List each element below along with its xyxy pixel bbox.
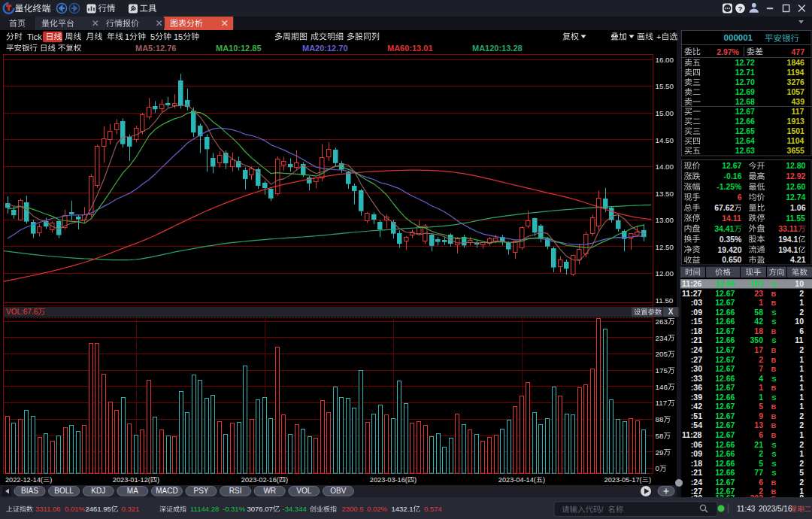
svg-text:12.67: 12.67 — [715, 345, 735, 354]
svg-text:BIAS: BIAS — [21, 487, 38, 495]
svg-text:2: 2 — [799, 440, 804, 449]
svg-text::18: :18 — [691, 326, 702, 335]
svg-text:12.60: 12.60 — [786, 182, 805, 191]
svg-text:29: 29 — [656, 448, 664, 457]
svg-text:B: B — [771, 402, 777, 411]
svg-text:234: 234 — [656, 334, 668, 342]
svg-text:42: 42 — [754, 317, 763, 326]
svg-text:Tick: Tick — [27, 32, 42, 41]
svg-text:12.66: 12.66 — [715, 279, 735, 288]
svg-text:16.00: 16.00 — [656, 56, 674, 64]
svg-text:12.69: 12.69 — [735, 87, 755, 96]
svg-text:12.67: 12.67 — [715, 402, 735, 411]
svg-text::30: :30 — [691, 364, 702, 373]
svg-text:12.68: 12.68 — [735, 97, 755, 106]
svg-text:12.66: 12.66 — [715, 335, 735, 344]
svg-text:3311.06: 3311.06 — [35, 505, 61, 513]
svg-text:11:43: 11:43 — [737, 505, 756, 513]
svg-text:2023-04-14(: 2023-04-14( — [498, 476, 536, 484]
svg-text:2023-05-17(: 2023-05-17( — [604, 476, 642, 484]
svg-text:12.72: 12.72 — [735, 58, 755, 67]
svg-text:X: X — [668, 308, 674, 316]
svg-text:5: 5 — [799, 468, 804, 477]
svg-text:17: 17 — [754, 345, 763, 354]
svg-text:12.66: 12.66 — [735, 117, 755, 126]
svg-text:1846: 1846 — [787, 58, 805, 67]
svg-text::15: :15 — [691, 317, 702, 326]
svg-text:BOLL: BOLL — [54, 487, 74, 495]
svg-text:14.00: 14.00 — [656, 162, 674, 171]
svg-text:11:28: 11:28 — [682, 430, 701, 439]
svg-text:2: 2 — [799, 459, 804, 468]
svg-text:6: 6 — [738, 193, 742, 202]
svg-text:21: 21 — [754, 440, 763, 449]
svg-text:2.97%: 2.97% — [717, 47, 739, 56]
svg-text:146: 146 — [656, 383, 668, 391]
svg-text:): ) — [286, 476, 288, 484]
svg-text:): ) — [649, 476, 651, 484]
svg-text:1: 1 — [125, 32, 129, 41]
svg-text:12.66: 12.66 — [715, 374, 735, 383]
svg-text:B: B — [771, 421, 777, 429]
svg-text:77: 77 — [754, 468, 763, 477]
svg-text::54: :54 — [691, 420, 702, 429]
svg-text:2: 2 — [799, 411, 804, 420]
svg-text:350: 350 — [750, 335, 764, 344]
svg-text:11:27: 11:27 — [682, 289, 701, 298]
svg-text:439: 439 — [792, 97, 805, 106]
svg-text:2: 2 — [799, 308, 804, 317]
svg-text::24: :24 — [691, 345, 702, 354]
svg-text:4: 4 — [759, 374, 763, 383]
svg-text:10: 10 — [795, 279, 804, 288]
svg-text:-34.344: -34.344 — [283, 505, 307, 513]
svg-text::03: :03 — [691, 298, 702, 307]
svg-text:B: B — [771, 290, 777, 298]
svg-text:3276: 3276 — [787, 77, 805, 86]
svg-text:2461.95: 2461.95 — [86, 505, 111, 513]
svg-text:000001: 000001 — [724, 33, 753, 42]
svg-text:12.67: 12.67 — [715, 364, 735, 373]
svg-text:MA5:12.76: MA5:12.76 — [135, 44, 176, 53]
svg-text:B: B — [771, 431, 777, 439]
svg-text:B: B — [771, 365, 777, 373]
svg-text:KDJ: KDJ — [91, 487, 105, 495]
svg-text:11: 11 — [795, 335, 803, 344]
svg-text:S: S — [771, 393, 776, 402]
svg-text:12.67: 12.67 — [715, 411, 735, 420]
svg-text:OBV: OBV — [330, 487, 346, 495]
svg-text:2023-01-12(: 2023-01-12( — [113, 476, 150, 484]
svg-text:1: 1 — [799, 402, 804, 411]
svg-text:1: 1 — [759, 383, 763, 392]
svg-text:): ) — [50, 476, 52, 484]
svg-text:12.67: 12.67 — [715, 355, 735, 364]
svg-text:MA: MA — [127, 487, 138, 495]
svg-text:S: S — [771, 460, 776, 468]
svg-text:S: S — [771, 336, 776, 344]
svg-text:1432.1: 1432.1 — [392, 505, 414, 513]
svg-text:B: B — [771, 299, 777, 307]
svg-text:MA120:13.28: MA120:13.28 — [472, 44, 523, 53]
svg-text:13.00: 13.00 — [656, 216, 674, 224]
svg-text:1104: 1104 — [787, 136, 804, 145]
svg-text:MACD: MACD — [156, 487, 177, 495]
svg-text:194.1: 194.1 — [778, 235, 798, 244]
svg-text:B: B — [771, 384, 777, 392]
svg-text:1: 1 — [799, 355, 804, 364]
svg-text:1057: 1057 — [787, 87, 805, 96]
svg-text:88: 88 — [656, 415, 664, 423]
svg-text::09: :09 — [691, 449, 702, 458]
svg-text:2: 2 — [759, 449, 763, 458]
svg-text:-1.25%: -1.25% — [717, 182, 742, 191]
svg-text:12.66: 12.66 — [715, 440, 735, 449]
svg-text:WR: WR — [263, 487, 276, 495]
svg-text:VOL: VOL — [296, 487, 311, 495]
svg-text:13: 13 — [754, 420, 763, 429]
svg-text:?: ? — [738, 5, 743, 13]
svg-text:117: 117 — [792, 107, 804, 116]
svg-text:7: 7 — [759, 364, 763, 373]
svg-text:2022-12-14(: 2022-12-14( — [5, 476, 43, 484]
svg-text:14.11: 14.11 — [722, 214, 741, 223]
svg-text:175: 175 — [656, 366, 668, 375]
svg-text:2023-02-16(: 2023-02-16( — [241, 476, 279, 484]
svg-text:3076.07: 3076.07 — [247, 505, 273, 513]
